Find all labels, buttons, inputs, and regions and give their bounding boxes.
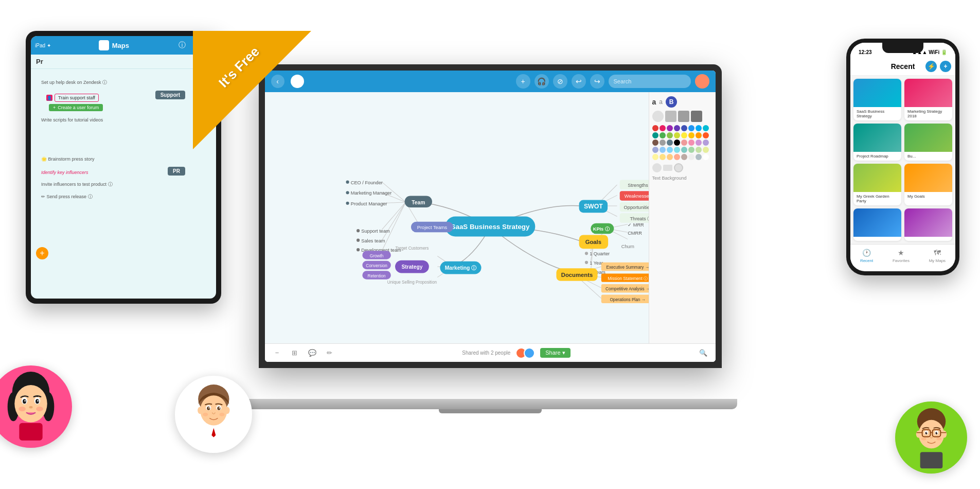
svg-point-94	[14, 385, 47, 423]
ipad-node-invite: Invite influencers to test product ⓘ	[41, 181, 113, 188]
color-swatch[interactable]	[696, 147, 702, 153]
ipad-app-title: Maps	[112, 42, 129, 49]
iphone-add-btn[interactable]: +	[940, 61, 951, 72]
edit-button[interactable]: ✏	[324, 347, 336, 359]
ipad-add-btn[interactable]: +	[36, 247, 48, 259]
sidebar-icon-row	[652, 111, 712, 122]
color-swatch[interactable]	[681, 132, 687, 138]
zoom-out-button[interactable]: −	[271, 347, 283, 359]
color-swatch[interactable]	[667, 147, 673, 153]
ipad-info-btn[interactable]: ⓘ	[179, 41, 186, 50]
color-swatch[interactable]	[703, 147, 709, 153]
svg-point-108	[224, 407, 229, 414]
iphone-nav-recent[interactable]: 🕐 Recent	[860, 248, 873, 263]
ipad-support-node: Support	[155, 91, 185, 99]
svg-point-97	[23, 399, 26, 404]
search-placeholder: Search	[614, 78, 632, 84]
iphone-notch	[882, 43, 923, 53]
color-swatch[interactable]	[652, 139, 658, 146]
color-swatch[interactable]	[688, 139, 694, 146]
svg-point-101	[29, 406, 33, 409]
svg-text:Conversion: Conversion	[366, 264, 387, 268]
svg-point-34	[346, 202, 349, 205]
settings-icon[interactable]: ⊘	[553, 74, 567, 89]
color-swatch[interactable]	[688, 147, 694, 153]
color-swatch[interactable]	[674, 154, 680, 160]
headphones-icon[interactable]: 🎧	[534, 74, 549, 89]
share-button[interactable]: Share ▾	[540, 348, 570, 358]
color-swatch[interactable]	[681, 147, 687, 153]
color-swatch[interactable]	[667, 139, 673, 146]
color-swatch[interactable]	[660, 139, 666, 146]
undo-button[interactable]: ↩	[572, 74, 586, 89]
color-swatch[interactable]	[652, 154, 658, 160]
user-avatar[interactable]	[695, 74, 709, 89]
color-swatch[interactable]	[688, 125, 694, 131]
scene: ‹ + 🎧 ⊘ ↩ ↪ Search	[0, 0, 980, 489]
color-swatch[interactable]	[681, 154, 687, 160]
iphone-card-item[interactable]: My Goals	[904, 164, 952, 205]
color-swatch[interactable]	[660, 154, 666, 160]
add-button[interactable]: +	[516, 74, 530, 89]
ipad-page-title: Pr	[36, 58, 43, 65]
ipad-toolbar: iPad ✦ Maps ⓘ ⬆ ↩	[31, 36, 216, 55]
color-swatch[interactable]	[681, 125, 687, 131]
svg-text:SaaS Business Strategy: SaaS Business Strategy	[451, 223, 529, 231]
ipad-undo-btn[interactable]: ↩	[204, 41, 210, 49]
iphone-nav-my-maps[interactable]: 🗺 My Maps	[929, 248, 946, 263]
iphone-bottom-nav: 🕐 Recent ★ Favorites 🗺 My Maps	[850, 244, 955, 267]
color-swatch[interactable]	[667, 132, 673, 138]
svg-text:1 Year: 1 Year	[590, 260, 603, 266]
color-swatch[interactable]	[674, 147, 680, 153]
zoom-in-button[interactable]: 🔍	[697, 347, 709, 359]
back-button[interactable]: ‹	[271, 75, 284, 88]
color-swatch[interactable]	[660, 132, 666, 138]
svg-point-63	[584, 261, 587, 264]
svg-text:Executive Summary →: Executive Summary →	[606, 265, 649, 270]
svg-point-113	[208, 407, 209, 408]
color-swatch[interactable]	[674, 132, 680, 138]
color-swatch[interactable]	[667, 154, 673, 160]
iphone-card-item[interactable]: SaaS Business Strategy	[853, 79, 901, 120]
color-swatch[interactable]	[652, 147, 658, 153]
iphone-card-item[interactable]: Project Roadmap	[853, 124, 901, 161]
color-swatch[interactable]	[660, 125, 666, 131]
color-swatch[interactable]	[703, 132, 709, 138]
avatar-male-mid	[175, 376, 252, 453]
color-swatch[interactable]	[681, 139, 687, 146]
svg-point-106	[200, 395, 227, 425]
color-swatch[interactable]	[674, 125, 680, 131]
iphone-lightning-btn[interactable]: ⚡	[925, 61, 937, 72]
color-swatch[interactable]	[652, 132, 658, 138]
ipad-up-btn[interactable]: ⬆	[192, 41, 198, 49]
mindmap-canvas: SaaS Business Strategy Team CEO / Founde…	[265, 92, 716, 362]
iphone-card-item[interactable]: My Greek Garden Party	[853, 164, 901, 205]
ipad-screen: iPad ✦ Maps ⓘ ⬆ ↩ Pr Set up help desk on…	[31, 36, 216, 299]
color-palette[interactable]	[652, 125, 712, 160]
iphone-nav-favorites[interactable]: ★ Favorites	[893, 248, 910, 263]
search-bar[interactable]: Search	[609, 75, 691, 88]
svg-text:Support team: Support team	[361, 229, 390, 234]
color-swatch[interactable]	[688, 154, 694, 160]
color-swatch[interactable]	[696, 125, 702, 131]
comment-button[interactable]: 💬	[306, 347, 318, 359]
svg-text:Project Teams: Project Teams	[417, 225, 447, 230]
iphone-card-item[interactable]	[904, 208, 952, 241]
color-swatch[interactable]	[674, 139, 680, 146]
redo-button[interactable]: ↪	[590, 74, 604, 89]
color-swatch[interactable]	[660, 147, 666, 153]
fit-button[interactable]: ⊞	[289, 347, 301, 359]
color-swatch[interactable]	[652, 125, 658, 131]
color-swatch[interactable]	[667, 125, 673, 131]
color-swatch[interactable]	[703, 125, 709, 131]
color-swatch[interactable]	[703, 139, 709, 146]
color-swatch[interactable]	[696, 154, 702, 160]
iphone-card-item[interactable]: Marketing Strategy 2018	[904, 79, 952, 120]
color-swatch[interactable]	[688, 132, 694, 138]
color-swatch[interactable]	[696, 132, 702, 138]
iphone-card-item[interactable]: Bu...	[904, 124, 952, 161]
color-swatch[interactable]	[696, 139, 702, 146]
color-swatch[interactable]	[703, 154, 709, 160]
svg-text:Marketing Manager: Marketing Manager	[350, 190, 391, 196]
iphone-card-item[interactable]	[853, 208, 901, 241]
